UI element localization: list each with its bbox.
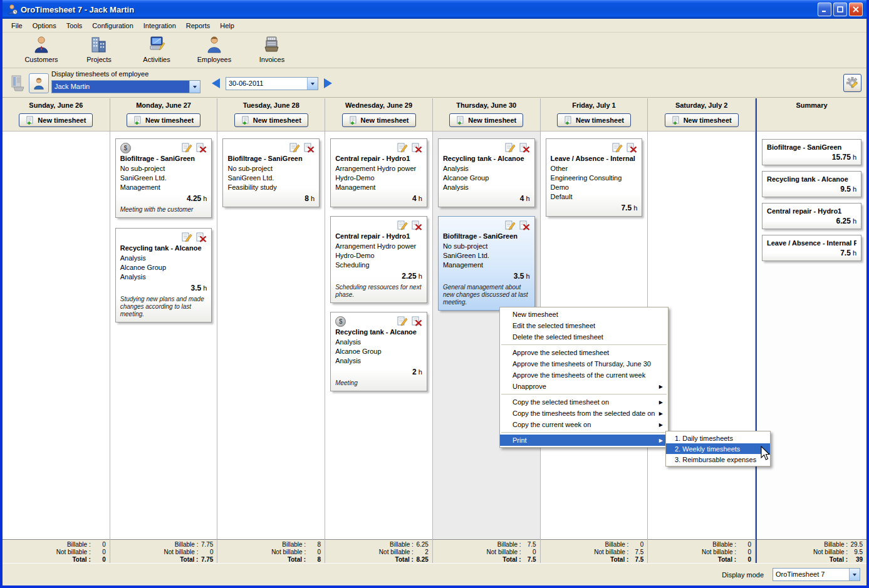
employee-select[interactable]: Jack Martin: [51, 80, 200, 93]
edit-timesheet-icon[interactable]: [289, 143, 300, 153]
delete-timesheet-icon[interactable]: [519, 220, 530, 230]
new-timesheet-button[interactable]: New timesheet: [127, 113, 200, 127]
day-body[interactable]: Biofiltrage - SaniGreen No sub-project S…: [217, 132, 325, 539]
day-name: Friday, July 1: [541, 98, 648, 109]
new-timesheet-button[interactable]: New timesheet: [557, 113, 631, 127]
select-employee-button[interactable]: [29, 73, 49, 93]
new-timesheet-button[interactable]: New timesheet: [19, 113, 93, 127]
timesheet-card[interactable]: Central repair - Hydro1 Arrangement Hydr…: [330, 138, 427, 207]
delete-timesheet-icon[interactable]: [196, 232, 207, 242]
ctx-delete-timesheet[interactable]: Delete the selected timesheet: [500, 331, 668, 343]
menu-integration[interactable]: Integration: [138, 20, 181, 31]
ctx-edit-timesheet[interactable]: Edit the selected timesheet: [500, 320, 668, 331]
context-menu: New timesheet Edit the selected timeshee…: [499, 307, 669, 448]
day-body[interactable]: $ Biofiltrage - SaniGreen No sub-project…: [110, 132, 217, 539]
delete-timesheet-icon[interactable]: [412, 220, 422, 230]
timesheet-customer: SaniGreen Ltd.: [120, 173, 207, 183]
menu-reports[interactable]: Reports: [181, 20, 216, 31]
delete-timesheet-icon[interactable]: [519, 143, 530, 153]
timesheet-card[interactable]: Leave / Absence - Internal Pr Other Engi…: [546, 138, 643, 217]
timesheet-card[interactable]: Biofiltrage - SaniGreen No sub-project S…: [222, 138, 320, 207]
timesheet-card[interactable]: $ Biofiltrage - SaniGreen No sub-project…: [115, 138, 212, 218]
next-week-button[interactable]: [324, 78, 332, 88]
settings-button[interactable]: [843, 74, 861, 92]
toolbar-activities[interactable]: Activities: [128, 33, 185, 63]
timesheet-project: Biofiltrage - SaniGreen: [443, 232, 530, 240]
submenu-daily-timesheets[interactable]: 1. Daily timesheets: [666, 433, 770, 443]
ctx-copy-week[interactable]: Copy the current week on▶: [500, 419, 668, 430]
new-timesheet-icon: [349, 116, 358, 125]
ctx-print[interactable]: Print▶: [500, 435, 668, 446]
submenu-arrow-icon: ▶: [659, 400, 663, 405]
ctx-unapprove[interactable]: Unapprove▶: [500, 381, 668, 392]
close-button[interactable]: [849, 3, 863, 16]
day-body[interactable]: Central repair - Hydro1 Arrangement Hydr…: [325, 132, 432, 539]
submenu-arrow-icon: ▶: [659, 438, 663, 443]
day-header: Tuesday, June 28 New timesheet: [217, 98, 325, 132]
date-select[interactable]: 30-06-2011: [226, 77, 318, 90]
ctx-approve-week[interactable]: Approve the timesheets of the current we…: [500, 369, 668, 381]
timesheet-activity: Analysis: [120, 272, 207, 282]
timesheet-customer: SaniGreen Ltd.: [227, 173, 315, 183]
edit-timesheet-icon[interactable]: [612, 143, 623, 153]
timesheet-subproject: No sub-project: [227, 164, 315, 173]
ctx-new-timesheet[interactable]: New timesheet: [500, 309, 668, 320]
ctx-copy-selected[interactable]: Copy the selected timesheet on▶: [500, 396, 668, 408]
menu-help[interactable]: Help: [215, 20, 239, 31]
day-header: Friday, July 1 New timesheet: [541, 98, 648, 132]
edit-timesheet-icon[interactable]: [397, 220, 408, 230]
timesheet-customer: Alcanoe Group: [335, 347, 422, 356]
ctx-approve-day[interactable]: Approve the timesheets of Thursday, June…: [500, 358, 668, 369]
timesheet-card[interactable]: Recycling tank - Alcanoe Analysis Alcano…: [115, 228, 212, 322]
previous-week-button[interactable]: [212, 78, 220, 88]
new-timesheet-button[interactable]: New timesheet: [449, 113, 523, 127]
timesheet-activity: Management: [335, 183, 422, 192]
toolbar-invoices[interactable]: Invoices: [243, 33, 301, 63]
new-timesheet-button[interactable]: New timesheet: [665, 113, 739, 127]
delete-timesheet-icon[interactable]: [412, 316, 422, 326]
display-mode-select[interactable]: OroTimesheet 7: [773, 568, 860, 581]
summary-card[interactable]: Leave / Absence - Internal Pr 7.5 h: [762, 235, 861, 261]
new-timesheet-button[interactable]: New timesheet: [234, 113, 308, 127]
summary-card[interactable]: Recycling tank - Alcanoe 9.5 h: [762, 171, 861, 197]
edit-timesheet-icon[interactable]: [397, 143, 408, 153]
delete-timesheet-icon[interactable]: [412, 143, 422, 153]
edit-timesheet-icon[interactable]: [182, 232, 192, 242]
menu-file[interactable]: File: [6, 20, 28, 31]
summary-card[interactable]: Biofiltrage - SaniGreen 15.75 h: [762, 139, 861, 165]
submenu-weekly-timesheets[interactable]: 2. Weekly timesheets: [666, 443, 770, 454]
menu-tools[interactable]: Tools: [61, 20, 88, 31]
submenu-arrow-icon: ▶: [659, 384, 663, 389]
edit-timesheet-icon[interactable]: [397, 316, 408, 326]
timesheet-card[interactable]: $ Recycling tank - Alcanoe Analysis Alca…: [330, 312, 427, 391]
titlebar[interactable]: OroTimesheet 7 - Jack Martin: [3, 0, 866, 19]
menu-options[interactable]: Options: [28, 20, 61, 31]
employee-select-arrow[interactable]: [189, 81, 200, 93]
new-timesheet-button[interactable]: New timesheet: [342, 113, 416, 127]
edit-timesheet-icon[interactable]: [182, 143, 192, 153]
timesheet-card-selected[interactable]: Biofiltrage - SaniGreen No sub-project S…: [438, 216, 535, 311]
display-mode-arrow[interactable]: [849, 569, 860, 580]
toolbar-customers[interactable]: Customers: [13, 33, 70, 63]
toolbar-projects[interactable]: Projects: [70, 33, 128, 63]
submenu-reimbursable-expenses[interactable]: 3. Reimbursable expenses: [666, 454, 770, 465]
day-header: Monday, June 27 New timesheet: [110, 98, 217, 132]
day-body[interactable]: [3, 132, 110, 539]
ctx-copy-from-date[interactable]: Copy the timesheets from the selected da…: [500, 408, 668, 419]
toolbar-employees[interactable]: Employees: [185, 33, 243, 63]
main-toolbar: Customers Projects: [3, 33, 866, 68]
minimize-button[interactable]: [818, 3, 831, 16]
timesheet-card[interactable]: Recycling tank - Alcanoe Analysis Alcano…: [438, 138, 535, 207]
delete-timesheet-icon[interactable]: [627, 143, 637, 153]
edit-timesheet-icon[interactable]: [505, 143, 516, 153]
timesheet-card[interactable]: Central repair - Hydro1 Arrangement Hydr…: [330, 216, 427, 303]
edit-timesheet-icon[interactable]: [505, 220, 516, 230]
ctx-approve-selected[interactable]: Approve the selected timesheet: [500, 347, 668, 358]
summary-card[interactable]: Central repair - Hydro1 6.25 h: [762, 203, 861, 229]
maximize-button[interactable]: [833, 3, 847, 16]
menu-configuration[interactable]: Configuration: [87, 20, 138, 31]
day-header: Saturday, July 2 New timesheet: [648, 98, 755, 132]
delete-timesheet-icon[interactable]: [304, 143, 315, 153]
date-select-arrow[interactable]: [307, 78, 318, 90]
delete-timesheet-icon[interactable]: [196, 143, 207, 153]
